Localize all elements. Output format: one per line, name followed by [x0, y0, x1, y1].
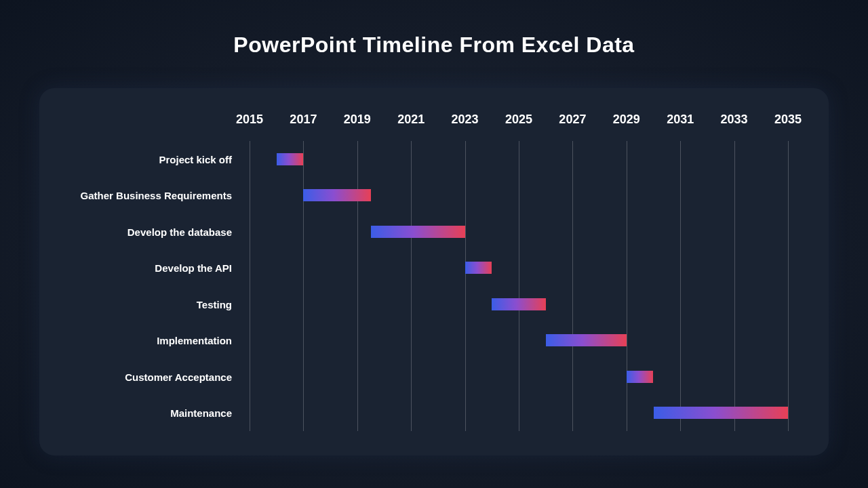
row-label: Maintenance: [170, 407, 232, 419]
chart-row: Develop the API: [39, 250, 829, 287]
row-label: Implementation: [157, 335, 232, 346]
gantt-bar: [303, 189, 370, 201]
row-label: Gather Business Requirements: [81, 190, 232, 201]
gantt-chart: 2015201720192021202320252027202920312033…: [39, 88, 829, 455]
x-axis: 2015201720192021202320252027202920312033…: [39, 113, 829, 133]
gantt-bar: [371, 226, 465, 238]
x-tick-label: 2019: [344, 113, 371, 127]
row-label: Project kick off: [159, 153, 232, 165]
x-tick-label: 2033: [721, 113, 748, 127]
gantt-bar: [465, 262, 492, 274]
row-label: Customer Acceptance: [125, 371, 232, 382]
row-label: Testing: [197, 298, 232, 310]
row-label: Develop the API: [155, 262, 232, 274]
x-tick-label: 2035: [774, 113, 802, 127]
chart-row: Customer Acceptance: [39, 359, 829, 395]
chart-row: Develop the database: [39, 214, 829, 250]
x-tick-label: 2031: [667, 113, 694, 127]
gantt-bar: [627, 371, 654, 383]
gantt-bar: [546, 334, 627, 346]
gantt-bar: [277, 153, 304, 165]
x-tick-label: 2023: [452, 113, 479, 127]
chart-row: Testing: [39, 286, 829, 323]
gantt-bar: [654, 407, 789, 419]
x-tick-label: 2015: [236, 113, 263, 127]
chart-row: Project kick off: [39, 141, 829, 178]
chart-row: Gather Business Requirements: [39, 178, 829, 214]
x-tick-label: 2017: [290, 113, 317, 127]
x-tick-label: 2029: [613, 113, 640, 127]
chart-panel: 2015201720192021202320252027202920312033…: [39, 88, 829, 455]
chart-rows: Project kick offGather Business Requirem…: [39, 141, 829, 431]
x-tick-label: 2027: [559, 113, 586, 127]
x-tick-label: 2021: [397, 113, 425, 127]
chart-row: Maintenance: [39, 395, 829, 432]
gantt-bar: [492, 298, 545, 310]
chart-row: Implementation: [39, 323, 829, 359]
page-title: PowerPoint Timeline From Excel Data: [0, 0, 868, 77]
x-tick-label: 2025: [505, 113, 532, 127]
row-label: Develop the database: [127, 226, 232, 237]
